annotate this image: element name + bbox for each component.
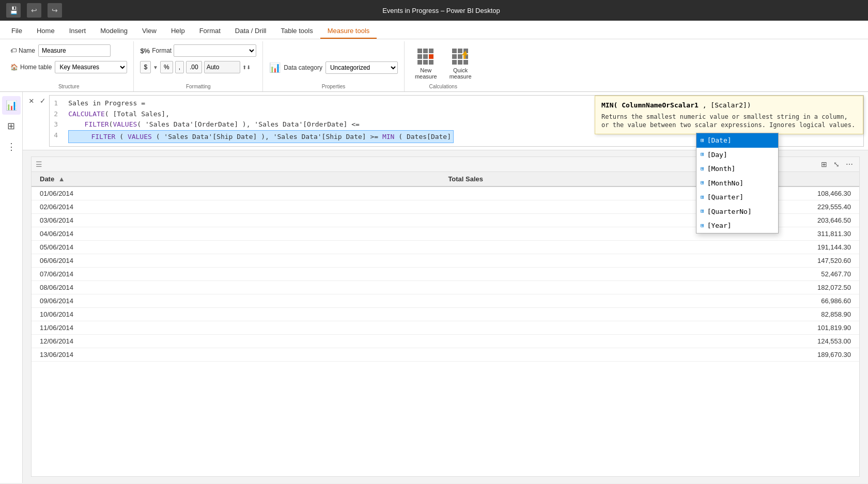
autocomplete-item-6[interactable]: ⊞ [Year]	[696, 218, 778, 233]
cell-totalsales-6: 52,467.70	[440, 268, 859, 281]
calculations-label: Calculations	[411, 82, 476, 89]
format-dollar-icon: $%	[140, 47, 150, 55]
cell-totalsales-4: 191,144.30	[440, 241, 859, 254]
datacategory-row: 📊 Data category Uncategorized	[269, 61, 398, 74]
name-field-row: 🏷 Name	[10, 44, 111, 57]
window-title: Events in Progress – Power BI Desktop	[382, 7, 500, 14]
table-row: 05/06/2014191,144.30	[32, 241, 859, 254]
tab-modeling[interactable]: Modeling	[93, 24, 135, 39]
tab-datadrill[interactable]: Data / Drill	[228, 24, 274, 39]
datacategory-label: Data category	[284, 64, 322, 71]
col-totalsales[interactable]: Total Sales	[440, 172, 859, 186]
table-icon-3[interactable]: ⋯	[844, 159, 855, 169]
item-icon-6: ⊞	[701, 222, 704, 230]
item-icon-4: ⊞	[701, 193, 704, 202]
cell-date-3: 04/06/2014	[32, 227, 440, 241]
cell-date-9: 10/06/2014	[32, 308, 440, 321]
datacategory-icon: 📊	[269, 62, 281, 73]
svg-rect-3	[417, 54, 422, 59]
formula-controls: ✕ ✓ 1 Sales in Progress = 2 CALCULATE ( …	[27, 95, 864, 147]
quick-measure-button[interactable]: Quick measure	[445, 45, 476, 82]
tooltip-function-name: MIN(	[601, 101, 617, 109]
svg-rect-9	[452, 49, 457, 53]
tab-tabletools[interactable]: Table tools	[273, 24, 320, 39]
left-sidebar: 📊 ⊞ ⋮	[0, 92, 23, 483]
decimal-button[interactable]: .00	[186, 61, 202, 73]
tab-view[interactable]: View	[135, 24, 164, 39]
cell-totalsales-8: 66,986.60	[440, 294, 859, 308]
undo-icon[interactable]: ↩	[27, 3, 41, 18]
tab-insert[interactable]: Insert	[62, 24, 94, 39]
svg-rect-1	[423, 49, 428, 53]
cell-date-5: 06/06/2014	[32, 254, 440, 268]
table-row: 09/06/201466,986.60	[32, 294, 859, 308]
autocomplete-item-3[interactable]: ⊞ [MonthNo]	[696, 176, 778, 191]
autocomplete-item-1[interactable]: ⊞ [Day]	[696, 148, 778, 162]
format-label: Format	[152, 47, 172, 54]
dollar-button[interactable]: $	[140, 61, 151, 73]
ribbon: 🏷 Name 🏠 Home table Key Measures Structu…	[0, 39, 868, 92]
cell-totalsales-12: 189,670.30	[440, 348, 859, 362]
cell-date-8: 09/06/2014	[32, 294, 440, 308]
col-date[interactable]: Date ▲	[32, 172, 440, 186]
tab-format[interactable]: Format	[192, 24, 228, 39]
save-icon[interactable]: 💾	[6, 3, 21, 18]
item-icon-5: ⊞	[701, 207, 704, 216]
cell-totalsales-7: 182,072.50	[440, 281, 859, 294]
svg-rect-0	[417, 49, 422, 53]
dollar-dropdown[interactable]: ▼	[153, 65, 158, 70]
autocomplete-item-4[interactable]: ⊞ [Quarter]	[696, 190, 778, 205]
svg-rect-5	[429, 54, 433, 59]
name-input[interactable]	[38, 44, 111, 57]
sidebar-data-icon[interactable]: ⊞	[2, 117, 21, 135]
quick-measure-label: Quick measure	[450, 67, 472, 80]
item-icon-2: ⊞	[701, 165, 704, 174]
autocomplete-item-2[interactable]: ⊞ [Month]	[696, 162, 778, 176]
cell-totalsales-3: 311,811.30	[440, 227, 859, 241]
auto-spinner[interactable]	[204, 61, 240, 73]
hometable-select[interactable]: Key Measures	[55, 61, 127, 73]
spinner-arrows[interactable]: ⬆⬇	[242, 65, 251, 70]
format-select[interactable]	[174, 44, 256, 57]
datacategory-select[interactable]: Uncategorized	[326, 61, 398, 74]
svg-rect-6	[417, 60, 422, 65]
formula-cancel-button[interactable]: ✕	[27, 95, 36, 106]
title-bar: 💾 ↩ ↪ Events in Progress – Power BI Desk…	[0, 0, 868, 21]
sidebar-report-icon[interactable]: 📊	[2, 96, 21, 115]
item-icon-1: ⊞	[701, 150, 704, 159]
autocomplete-item-0[interactable]: ⊞ [Date]	[696, 133, 778, 148]
tab-help[interactable]: Help	[164, 24, 192, 39]
tab-measuretools[interactable]: Measure tools	[320, 24, 377, 39]
table-row: 12/06/2014124,553.00	[32, 335, 859, 348]
redo-icon[interactable]: ↪	[48, 3, 62, 18]
sort-arrow-date: ▲	[58, 175, 65, 183]
item-icon-3: ⊞	[701, 179, 704, 188]
calc-buttons: New measure	[411, 43, 476, 82]
tab-home[interactable]: Home	[29, 24, 62, 39]
autocomplete-item-5[interactable]: ⊞ [QuarterNo]	[696, 205, 778, 219]
tooltip-signature: MIN( ColumnNameOrScalar1 , [Scalar2])	[601, 100, 857, 111]
percent-button[interactable]: %	[160, 61, 173, 73]
name-label: 🏷 Name	[10, 47, 35, 54]
formula-confirm-button[interactable]: ✓	[38, 95, 48, 106]
table-row: 13/06/2014189,670.30	[32, 348, 859, 362]
tab-file[interactable]: File	[4, 24, 29, 39]
cell-date-1: 02/06/2014	[32, 200, 440, 214]
cell-totalsales-2: 203,646.50	[440, 214, 859, 227]
sidebar-model-icon[interactable]: ⋮	[2, 137, 21, 156]
svg-rect-8	[429, 60, 433, 65]
comma-button[interactable]: ,	[175, 61, 184, 73]
table-icon-1[interactable]: ⊞	[819, 159, 829, 169]
formula-editor[interactable]: 1 Sales in Progress = 2 CALCULATE ( [Tot…	[49, 95, 864, 147]
table-icon-2[interactable]: ⤡	[831, 159, 842, 169]
name-icon: 🏷	[10, 47, 17, 54]
new-measure-button[interactable]: New measure	[411, 45, 441, 82]
table-drag-handle[interactable]: ☰	[36, 160, 42, 168]
tooltip-rest-args: , [Scalar2])	[703, 101, 751, 109]
formula-bar: ✕ ✓ 1 Sales in Progress = 2 CALCULATE ( …	[23, 92, 868, 150]
svg-rect-10	[458, 49, 462, 53]
autocomplete-dropdown[interactable]: ⊞ [Date] ⊞ [Day] ⊞ [Month] ⊞	[696, 133, 779, 233]
cell-totalsales-11: 124,553.00	[440, 335, 859, 348]
ribbon-group-formatting: $% Format $ ▼ % , .00 ⬆⬇ Formatting	[134, 41, 263, 91]
hometable-field-row: 🏠 Home table Key Measures	[10, 61, 127, 73]
